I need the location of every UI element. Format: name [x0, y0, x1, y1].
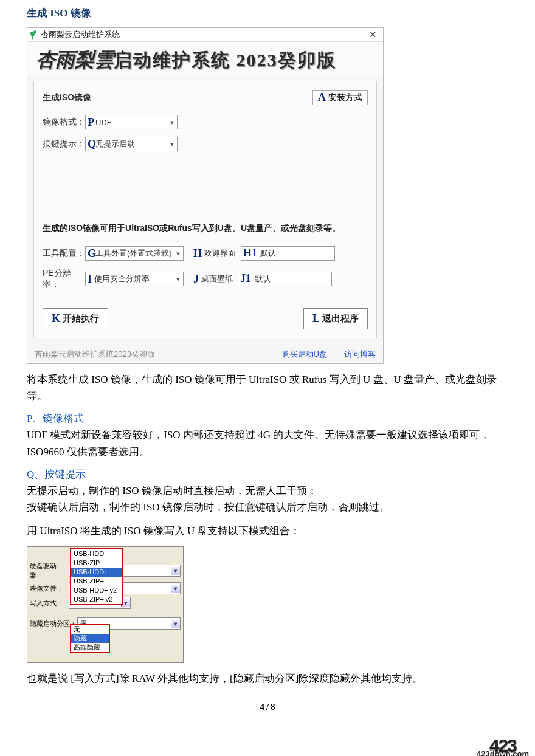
welcome-in-letter: H1 — [243, 247, 257, 259]
hide-option[interactable]: 高端隐藏 — [71, 643, 109, 652]
paragraph-p: UDF 模式对新设备兼容较好，ISO 内部还支持超过 4G 的大文件。无特殊需要… — [27, 427, 508, 459]
watermark: 423 423down.com — [477, 741, 529, 756]
welcome-input[interactable]: H1 默认 — [241, 246, 335, 261]
write-mode-option[interactable]: USB-HDD — [71, 549, 122, 558]
start-label: 开始执行 — [63, 313, 99, 325]
format-label: 镜像格式： — [43, 117, 85, 128]
start-letter: K — [52, 312, 60, 325]
brand-small: 423down.com — [477, 750, 529, 756]
link-buy-usb[interactable]: 购买启动U盘 — [282, 349, 327, 360]
wall-input[interactable]: J1 默认 — [238, 272, 332, 286]
status-text: 杏雨梨云启动维护系统2023癸卯版 — [35, 349, 155, 360]
banner-calligraphy: 杏雨梨雲 — [36, 49, 114, 70]
tool-combo[interactable]: G 工具外置(外置式装载) ▾ — [85, 246, 184, 261]
key-label: 按键提示： — [43, 139, 85, 149]
write-mode-menu[interactable]: USB-HDDUSB-ZIPUSB-HDD+USB-ZIP+USB-HDD+ v… — [70, 548, 123, 605]
write-mode-option[interactable]: USB-ZIP+ — [71, 577, 122, 586]
paragraph-q1: 无提示启动，制作的 ISO 镜像启动时直接启动，无需人工干预； — [27, 483, 508, 499]
write-mode-option[interactable]: USB-ZIP+ v2 — [71, 595, 122, 604]
tool-label: 工具配置： — [43, 248, 85, 259]
install-mode-button[interactable]: A 安装方式 — [312, 90, 368, 105]
page-cur: 4 — [260, 702, 264, 712]
subhead-p: P、镜像格式 — [27, 411, 508, 425]
chevron-down-icon: ▾ — [167, 119, 177, 126]
paragraph-ultra-lead: 用 UltraISO 将生成的 ISO 镜像写入 U 盘支持以下模式组合： — [27, 523, 508, 539]
paragraph-q2: 按键确认后启动，制作的 ISO 镜像启动时，按任意键确认后才启动，否则跳过。 — [27, 499, 508, 515]
link-blog[interactable]: 访问博客 — [344, 349, 376, 360]
res-combo[interactable]: I 使用安全分辨率 ▾ — [85, 272, 184, 286]
chevron-down-icon: ▾ — [173, 250, 183, 258]
start-button[interactable]: K 开始执行 — [43, 308, 108, 329]
exit-button[interactable]: L 退出程序 — [303, 308, 368, 329]
hint-text: 生成的ISO镜像可用于UltraISO或Rufus写入到U盘、U盘量产、或光盘刻… — [34, 212, 376, 242]
res-letter: I — [88, 273, 92, 286]
install-letter: A — [318, 91, 326, 104]
brand-big: 423 — [477, 741, 529, 750]
key-letter: Q — [88, 138, 96, 151]
app-banner: 杏雨梨雲启动维护系统 2023癸卯版 — [27, 42, 383, 77]
welcome-letter: H — [193, 247, 202, 260]
subhead-q: Q、按键提示 — [27, 467, 508, 481]
write-mode-option[interactable]: USB-ZIP — [71, 558, 122, 568]
app-window: 杏雨梨云启动维护系统 ✕ 杏雨梨雲启动维护系统 2023癸卯版 生成ISO镜像 … — [27, 27, 384, 364]
chevron-down-icon: ▾ — [171, 585, 180, 593]
close-icon[interactable]: ✕ — [367, 29, 379, 40]
statusbar: 杏雨梨云启动维护系统2023癸卯版 购买启动U盘 访问博客 — [27, 345, 383, 363]
banner-text: 启动维护系统 2023癸卯版 — [114, 50, 336, 70]
install-label: 安装方式 — [328, 92, 362, 103]
format-combo[interactable]: P UDF ▾ — [85, 115, 178, 129]
section-label: 生成ISO镜像 — [43, 92, 91, 103]
res-label: PE分辨率： — [43, 268, 85, 290]
chevron-down-icon: ▾ — [167, 140, 177, 148]
chevron-down-icon: ▾ — [171, 567, 180, 575]
write-mode-option[interactable]: USB-HDD+ — [71, 568, 122, 577]
tool-value: 工具外置(外置式装载) — [86, 248, 172, 259]
page-number: 4/8 — [27, 702, 508, 712]
u-drive-label: 硬盘驱动器： — [30, 562, 69, 580]
wall-in-letter: J1 — [240, 272, 251, 285]
exit-letter: L — [312, 312, 320, 325]
hide-option[interactable]: 无 — [71, 625, 109, 634]
u-image-label: 映像文件： — [30, 584, 69, 593]
wall-letter: J — [193, 273, 199, 286]
write-mode-option[interactable]: USB-HDD+ v2 — [71, 586, 122, 595]
format-letter: P — [88, 116, 94, 129]
window-title: 杏雨梨云启动维护系统 — [41, 29, 120, 40]
ultraiso-screenshot: USB-HDDUSB-ZIPUSB-HDD+USB-ZIP+USB-HDD+ v… — [27, 546, 184, 663]
res-value: 使用安全分辨率 — [86, 273, 150, 284]
app-icon — [30, 30, 39, 39]
hide-menu[interactable]: 无隐藏高端隐藏 — [70, 624, 110, 653]
paragraph-intro: 将本系统生成 ISO 镜像，生成的 ISO 镜像可用于 UltraISO 或 R… — [27, 371, 508, 404]
chevron-down-icon: ▾ — [171, 620, 180, 628]
wall-label: 桌面壁纸 — [201, 273, 233, 284]
u-write-label: 写入方式： — [30, 599, 69, 608]
page-total: 8 — [271, 702, 275, 712]
hide-option[interactable]: 隐藏 — [71, 634, 109, 643]
welcome-label: 欢迎界面 — [204, 248, 236, 259]
key-combo[interactable]: Q 无提示启动 ▾ — [85, 137, 178, 151]
chevron-down-icon: ▾ — [173, 275, 183, 283]
tool-letter: G — [88, 247, 96, 260]
section-title: 生成 ISO 镜像 — [27, 6, 508, 20]
exit-label: 退出程序 — [322, 313, 359, 325]
titlebar: 杏雨梨云启动维护系统 ✕ — [27, 28, 383, 42]
paragraph-conclusion: 也就是说 [写入方式]除 RAW 外其他均支持，[隐藏启动分区]除深度隐藏外其他… — [27, 670, 508, 687]
